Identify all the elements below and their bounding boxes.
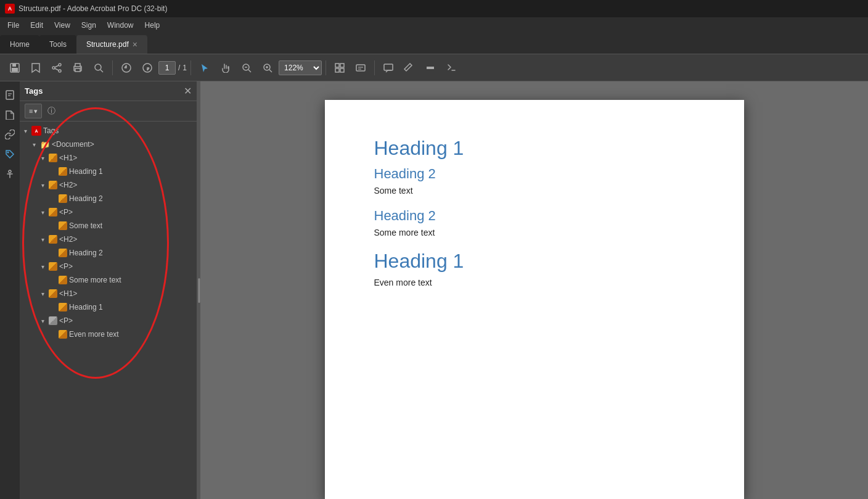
redact-button[interactable] xyxy=(420,58,440,78)
toolbar-sep-3 xyxy=(326,60,326,75)
tab-tools[interactable]: Tools xyxy=(39,35,76,54)
select-tool-button[interactable] xyxy=(195,58,215,78)
tree-node-sometext[interactable]: ▸ Some text xyxy=(20,219,197,233)
tree-label-heading1-1: Heading 1 xyxy=(69,167,103,176)
tree-label-heading1-2: Heading 1 xyxy=(69,303,103,311)
sidebar-icon-links[interactable] xyxy=(1,126,18,143)
sidebar-icon-accessibility[interactable] xyxy=(1,165,18,183)
tree-label-h2-1: <H2> xyxy=(59,181,77,189)
pdf-heading2-2: Heading 2 xyxy=(374,208,695,224)
tree-node-heading2-2[interactable]: ▸ Heading 2 xyxy=(20,246,197,260)
tab-close-icon[interactable]: × xyxy=(133,40,137,49)
tree-toggle-h2-2[interactable]: ▾ xyxy=(38,236,47,243)
tree-node-tags-root[interactable]: ▾ A Tags xyxy=(20,124,197,138)
search-button[interactable] xyxy=(89,58,108,78)
content-icon-evenmoretext xyxy=(59,330,67,339)
comment-button[interactable] xyxy=(379,58,398,78)
tree-node-p-1[interactable]: ▾ <P> xyxy=(20,205,197,219)
menu-help[interactable]: Help xyxy=(140,20,165,31)
highlight-button[interactable] xyxy=(399,58,419,78)
sidebar-icon-bookmarks[interactable] xyxy=(1,86,18,104)
tree-node-evenmoretext[interactable]: ▸ Even more text xyxy=(20,328,197,341)
pdf-heading2-1: Heading 2 xyxy=(374,166,695,182)
tree-toggle-p-3[interactable]: ▾ xyxy=(38,318,47,324)
tree-node-h1-2[interactable]: ▾ <H1> xyxy=(20,287,197,300)
tree-toggle-p-1[interactable]: ▾ xyxy=(38,209,47,216)
pdf-section-4: Heading 1 Even more text xyxy=(374,250,695,287)
next-page-button[interactable] xyxy=(137,58,157,78)
tree-node-somemoretext[interactable]: ▸ Some more text xyxy=(20,273,197,287)
hand-tool-button[interactable] xyxy=(216,58,235,78)
zoom-in-button[interactable] xyxy=(258,58,277,78)
tree-toggle-h2-1[interactable]: ▾ xyxy=(38,182,47,189)
toolbar: / 1 122% 100% 75% 150% xyxy=(0,54,868,81)
tree-node-p-3[interactable]: ▾ <P> xyxy=(20,314,197,328)
svg-rect-10 xyxy=(75,68,80,72)
svg-point-11 xyxy=(80,67,81,68)
tree-node-heading1-1[interactable]: ▸ Heading 1 xyxy=(20,165,197,178)
panel-splitter[interactable] xyxy=(197,81,200,499)
svg-rect-23 xyxy=(335,64,339,67)
tags-info-button[interactable]: ⓘ xyxy=(44,104,58,118)
tab-home[interactable]: Home xyxy=(0,35,39,54)
pdf-viewer[interactable]: Heading 1 Heading 2 Some text Heading 2 … xyxy=(200,81,868,499)
tree-toggle-p-2[interactable]: ▾ xyxy=(38,263,47,270)
svg-line-18 xyxy=(248,70,251,72)
svg-rect-32 xyxy=(6,91,14,99)
tags-options-arrow: ▾ xyxy=(34,107,38,115)
bookmark-button[interactable] xyxy=(26,58,46,78)
read-mode-button[interactable] xyxy=(351,58,371,78)
menu-view[interactable]: View xyxy=(49,20,75,31)
tree-toggle-tags-root[interactable]: ▾ xyxy=(21,128,30,134)
tab-structure[interactable]: Structure.pdf × xyxy=(76,35,147,54)
content-icon-sometext xyxy=(59,221,67,230)
tree-toggle-heading1-2: ▸ xyxy=(48,304,57,311)
tree-node-heading1-2[interactable]: ▸ Heading 1 xyxy=(20,300,197,314)
page-input[interactable] xyxy=(158,61,176,75)
prev-page-button[interactable] xyxy=(117,58,136,78)
tree-toggle-heading1-1: ▸ xyxy=(48,168,57,175)
svg-point-4 xyxy=(52,67,55,69)
tab-bar: Home Tools Structure.pdf × xyxy=(0,33,868,54)
tags-options-icon: ≡ xyxy=(29,107,33,115)
tree-toggle-h1-2[interactable]: ▾ xyxy=(38,291,47,297)
fit-page-button[interactable] xyxy=(330,58,350,78)
tag-icon-h1-1 xyxy=(49,154,57,162)
print-button[interactable] xyxy=(68,58,88,78)
svg-point-5 xyxy=(59,70,61,72)
share-button[interactable] xyxy=(47,58,67,78)
sidebar-icon-tags[interactable] xyxy=(1,146,18,163)
page-sep: / xyxy=(178,64,180,72)
main-area: Tags ✕ ≡ ▾ ⓘ ▾ A Tags ▾ xyxy=(0,81,868,499)
menu-window[interactable]: Window xyxy=(102,20,139,31)
tree-node-h1-1[interactable]: ▾ <H1> xyxy=(20,151,197,165)
menu-edit[interactable]: Edit xyxy=(25,20,48,31)
sidebar-icon-pages[interactable] xyxy=(1,106,18,123)
tree-node-document[interactable]: ▾ 📁 <Document> xyxy=(20,138,197,151)
tag-icon-h1-2 xyxy=(49,289,57,298)
zoom-select[interactable]: 122% 100% 75% 150% xyxy=(279,60,322,75)
more-tools-button[interactable] xyxy=(441,58,461,78)
menu-sign[interactable]: Sign xyxy=(76,20,101,31)
pdf-tag-icon: A xyxy=(31,126,41,136)
tag-icon-p-3 xyxy=(49,316,57,325)
tags-panel-title: Tags xyxy=(25,86,43,96)
tree-node-heading2-1[interactable]: ▸ Heading 2 xyxy=(20,192,197,205)
tree-node-h2-1[interactable]: ▾ <H2> xyxy=(20,178,197,192)
tree-node-h2-2[interactable]: ▾ <H2> xyxy=(20,233,197,246)
tree-toggle-document[interactable]: ▾ xyxy=(30,141,38,148)
svg-rect-31 xyxy=(427,67,434,69)
tree-node-p-2[interactable]: ▾ <P> xyxy=(20,260,197,273)
svg-line-13 xyxy=(100,70,103,72)
window-title: Structure.pdf - Adobe Acrobat Pro DC (32… xyxy=(18,4,167,13)
tree-toggle-heading2-2: ▸ xyxy=(48,250,57,257)
folder-icon-document: 📁 xyxy=(40,140,50,149)
tree-toggle-h1-1[interactable]: ▾ xyxy=(38,155,47,162)
svg-rect-24 xyxy=(340,64,344,67)
zoom-out-button[interactable] xyxy=(237,58,256,78)
save-button[interactable] xyxy=(5,58,25,78)
menu-file[interactable]: File xyxy=(2,20,24,31)
tags-options-button[interactable]: ≡ ▾ xyxy=(25,104,42,118)
tags-close-button[interactable]: ✕ xyxy=(184,85,192,97)
tree-toggle-heading2-1: ▸ xyxy=(48,196,57,202)
